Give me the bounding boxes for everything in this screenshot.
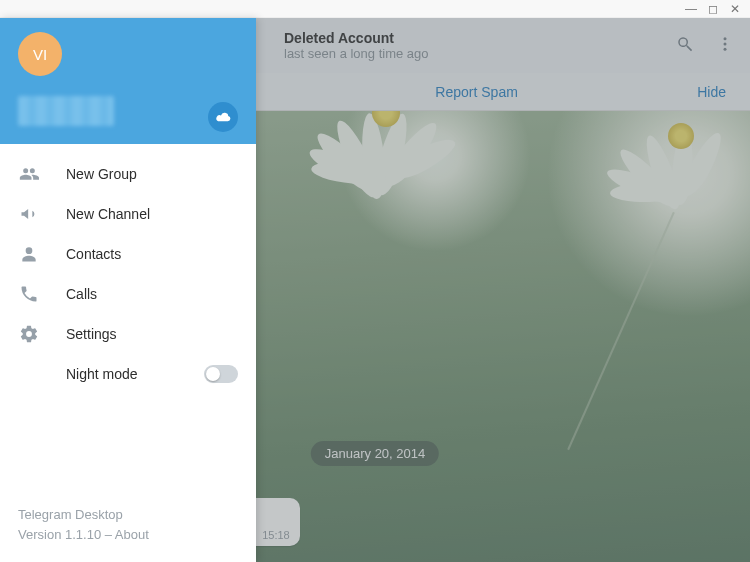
gear-icon [18, 323, 40, 345]
report-spam-button[interactable]: Report Spam [256, 84, 697, 100]
svg-point-1 [724, 42, 727, 45]
chat-status: last seen a long time ago [284, 46, 662, 61]
svg-point-2 [724, 47, 727, 50]
menu-new-channel-label: New Channel [66, 206, 150, 222]
menu: New Group New Channel Contacts Calls [0, 144, 256, 404]
message-time: 15:18 [262, 529, 290, 541]
menu-settings[interactable]: Settings [0, 314, 256, 354]
account-name [18, 96, 114, 126]
group-icon [18, 163, 40, 185]
phone-icon [18, 283, 40, 305]
version-about-link[interactable]: Version 1.1.10 – About [18, 525, 238, 545]
night-mode-toggle[interactable] [204, 365, 238, 383]
person-icon [18, 243, 40, 265]
cloud-icon [215, 111, 232, 123]
saved-messages-button[interactable] [208, 102, 238, 132]
megaphone-icon [18, 203, 40, 225]
moon-icon [18, 363, 40, 385]
hide-banner-button[interactable]: Hide [697, 84, 726, 100]
more-icon[interactable] [716, 35, 734, 57]
menu-settings-label: Settings [66, 326, 117, 342]
chat-title[interactable]: Deleted Account [284, 30, 662, 46]
menu-new-group[interactable]: New Group [0, 154, 256, 194]
menu-calls[interactable]: Calls [0, 274, 256, 314]
date-separator: January 20, 2014 [311, 441, 439, 466]
window-titlebar: — ◻ ✕ [0, 0, 750, 18]
menu-new-channel[interactable]: New Channel [0, 194, 256, 234]
menu-night-mode[interactable]: Night mode [0, 354, 256, 394]
close-button[interactable]: ✕ [730, 4, 740, 14]
sidebar-footer: Telegram Desktop Version 1.1.10 – About [0, 505, 256, 562]
menu-contacts-label: Contacts [66, 246, 121, 262]
menu-night-mode-label: Night mode [66, 366, 138, 382]
app-name-label: Telegram Desktop [18, 505, 238, 525]
avatar-initials: VI [33, 46, 47, 63]
menu-calls-label: Calls [66, 286, 97, 302]
minimize-button[interactable]: — [686, 4, 696, 14]
main-menu-drawer: VI New Group New Channel [0, 18, 256, 562]
svg-point-0 [724, 37, 727, 40]
menu-contacts[interactable]: Contacts [0, 234, 256, 274]
avatar[interactable]: VI [18, 32, 62, 76]
maximize-button[interactable]: ◻ [708, 4, 718, 14]
menu-new-group-label: New Group [66, 166, 137, 182]
sidebar-header: VI [0, 18, 256, 144]
search-icon[interactable] [676, 35, 694, 57]
